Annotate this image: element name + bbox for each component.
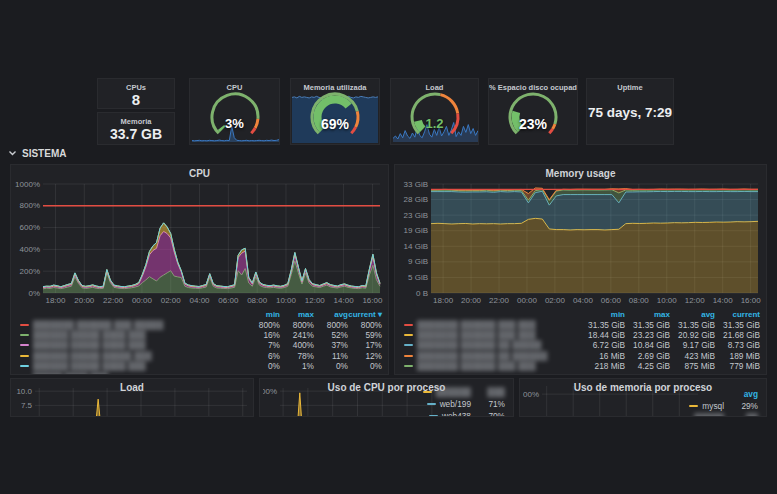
svg-text:22:00: 22:00 bbox=[103, 296, 124, 305]
legend-header: minmaxavgcurrent ▾ bbox=[20, 309, 382, 319]
panel-title-memory-graph[interactable]: Memory usage bbox=[395, 165, 766, 179]
legend-column-header[interactable]: avg bbox=[668, 389, 758, 400]
legend-series-name[interactable]: ███████ ██████ ███ ███ bbox=[417, 330, 580, 340]
legend-series-name[interactable]: ██████ █████ ████ ███ bbox=[33, 330, 246, 340]
svg-text:28 GiB: 28 GiB bbox=[404, 195, 428, 204]
legend-header: minmaxavgcurrent bbox=[404, 309, 760, 319]
uptime-value: 75 days, 7:29 bbox=[587, 105, 673, 120]
svg-text:08:00: 08:00 bbox=[629, 296, 650, 305]
panel-title-memoria[interactable]: Memoria bbox=[98, 113, 174, 126]
legend-column-header[interactable]: current bbox=[715, 310, 760, 319]
svg-text:14 GiB: 14 GiB bbox=[404, 242, 428, 251]
legend-row: ███████ bbox=[668, 412, 758, 417]
legend-row: web/19971% bbox=[410, 398, 505, 410]
legend-column-header[interactable]: avg bbox=[670, 310, 715, 319]
legend-stat-value: 800% bbox=[348, 320, 382, 330]
svg-text:200%: 200% bbox=[20, 267, 40, 276]
svg-text:04:00: 04:00 bbox=[190, 296, 211, 305]
svg-text:10.0: 10.0 bbox=[16, 387, 32, 396]
legend-stat-value: 70% bbox=[481, 411, 505, 417]
legend-series-name[interactable]: █████ bbox=[695, 413, 724, 417]
mem-proc-legend: avgmysql29%███████ bbox=[668, 389, 758, 417]
svg-text:100%: 100% bbox=[523, 390, 539, 399]
legend-series-name[interactable]: web438 bbox=[442, 411, 471, 417]
cpu-chart[interactable]: 0%200%400%600%800%1000%18:0020:0022:0000… bbox=[13, 178, 388, 306]
legend-column-header[interactable]: max bbox=[280, 310, 314, 319]
legend-stat-value: 1% bbox=[280, 361, 314, 371]
row-header-sistema[interactable]: SISTEMA bbox=[8, 148, 66, 159]
series-color-dash-icon bbox=[20, 334, 29, 336]
panel-gauge-cpu: CPU 3% bbox=[189, 78, 280, 145]
legend-row: ███████ ██████ ███ ███218 MiB4.25 GiB875… bbox=[404, 361, 760, 371]
legend-stat-value: 11% bbox=[314, 351, 348, 361]
gauge-value-memoria: 69% bbox=[291, 116, 379, 132]
legend-row: ███████ ██████ ██ ██████16 MiB2.69 GiB42… bbox=[404, 351, 760, 361]
legend-column-header[interactable]: min bbox=[246, 310, 280, 319]
series-color-dash-icon bbox=[20, 355, 29, 357]
svg-text:00:00: 00:00 bbox=[132, 296, 153, 305]
legend-row: ███████ ██████ ██ █████6.72 GiB10.84 GiB… bbox=[404, 340, 760, 350]
legend-series-name[interactable]: ██████ █████ █████ ███ bbox=[33, 351, 246, 361]
legend-stat-value: 0% bbox=[314, 361, 348, 371]
legend-stat-value: 9.17 GiB bbox=[670, 340, 715, 350]
legend-series-name[interactable]: ███████ ██████ ███ █████ bbox=[33, 320, 246, 330]
panel-uptime: Uptime 75 days, 7:29 bbox=[586, 78, 674, 145]
svg-text:14:00: 14:00 bbox=[334, 296, 355, 305]
gauge-value-cpu: 3% bbox=[190, 116, 279, 131]
gauge-value-load: 1.2 bbox=[391, 116, 478, 131]
panel-title-cpu-graph[interactable]: CPU bbox=[11, 165, 388, 179]
legend-stat-value: 0% bbox=[246, 372, 280, 375]
legend-series-name[interactable]: ██████ █████ ████ ███ bbox=[33, 340, 246, 350]
svg-text:12:00: 12:00 bbox=[305, 296, 326, 305]
legend-column-header[interactable]: avg bbox=[314, 310, 348, 319]
svg-text:08:00: 08:00 bbox=[247, 296, 268, 305]
svg-text:0%: 0% bbox=[28, 289, 40, 298]
svg-text:02:00: 02:00 bbox=[545, 296, 566, 305]
load-chart[interactable]: 10.07.5 bbox=[14, 384, 252, 417]
legend-series-name[interactable]: web/199 bbox=[440, 399, 471, 409]
legend-column-header[interactable]: current ▾ bbox=[348, 310, 382, 319]
legend-stat-value: 59% bbox=[348, 330, 382, 340]
series-color-dash-icon bbox=[20, 365, 29, 367]
legend-row: ██████ █████ ████ ███7%400%37%17% bbox=[20, 340, 382, 350]
svg-text:10:00: 10:00 bbox=[276, 296, 297, 305]
legend-stat-value: 6.72 GiB bbox=[580, 340, 625, 350]
legend-stat-value: 218 MiB bbox=[580, 361, 625, 371]
legend-column-header[interactable]: min bbox=[580, 310, 625, 319]
legend-series-name[interactable]: █████ ████ ███ bbox=[33, 372, 246, 375]
legend-column-header[interactable]: max bbox=[625, 310, 670, 319]
svg-text:06:00: 06:00 bbox=[601, 296, 622, 305]
panel-mem-proc-graph: Uso de memoria por proceso 100%80% avgmy… bbox=[519, 378, 767, 417]
svg-text:16:00: 16:00 bbox=[362, 296, 383, 305]
panel-stat-cpus: CPUs 8 bbox=[97, 78, 175, 109]
legend-stat-value: 0% bbox=[280, 372, 314, 375]
svg-text:400%: 400% bbox=[263, 387, 277, 396]
legend-series-name[interactable]: mysql bbox=[702, 401, 724, 411]
svg-text:33 GiB: 33 GiB bbox=[404, 180, 428, 189]
chevron-down-icon bbox=[8, 150, 17, 157]
legend-series-name[interactable]: ███████ ██████ ██ ██████ bbox=[417, 351, 580, 361]
series-color-dash-icon bbox=[404, 334, 413, 336]
legend-stat-value: 31.35 GiB bbox=[625, 320, 670, 330]
legend-series-name[interactable]: ███████ ██████ ██ █████ bbox=[417, 340, 580, 350]
legend-stat-value: 0% bbox=[246, 361, 280, 371]
legend-stat-value: 0% bbox=[314, 372, 348, 375]
legend-series-name[interactable]: ███████ ██████ ███ ███ bbox=[417, 361, 580, 371]
legend-row: █████ ████ ███0%0%0%0% bbox=[20, 371, 382, 375]
legend-stat-value: 800% bbox=[314, 320, 348, 330]
series-color-dash-icon bbox=[404, 324, 413, 326]
legend-series-name[interactable]: ███████ ██████ ███ ███ bbox=[417, 320, 580, 330]
panel-load-graph: Load 10.07.5 bbox=[10, 378, 254, 417]
legend-stat-value: 52% bbox=[314, 330, 348, 340]
series-color-dash-icon bbox=[404, 365, 413, 367]
series-color-dash-icon bbox=[20, 344, 29, 346]
row-header-label: SISTEMA bbox=[22, 148, 66, 159]
legend-series-name[interactable]: ██████ bbox=[436, 387, 471, 397]
legend-stat-value: 7% bbox=[246, 340, 280, 350]
legend-series-name[interactable]: ██████ █████ ████ ███ bbox=[33, 361, 246, 371]
memory-chart[interactable]: 0 B5 GiB9 GiB14 GiB19 GiB23 GiB28 GiB33 … bbox=[397, 178, 766, 306]
panel-memory-graph: Memory usage 0 B5 GiB9 GiB14 GiB19 GiB23… bbox=[394, 164, 767, 375]
panel-title-uptime[interactable]: Uptime bbox=[587, 79, 673, 92]
legend-stat-value: 400% bbox=[280, 340, 314, 350]
legend-stat-value: ██ bbox=[734, 413, 758, 417]
